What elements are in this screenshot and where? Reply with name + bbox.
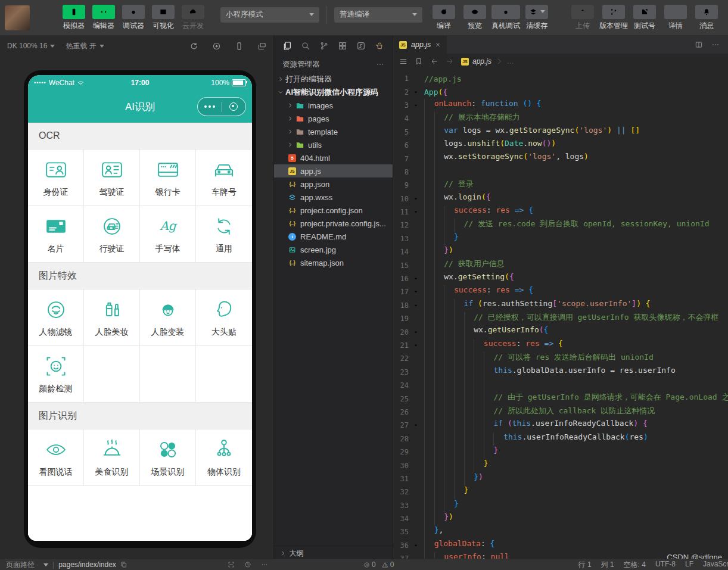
tree-item-README.md[interactable]: iREADME.md (274, 230, 393, 243)
status-item[interactable]: JavaScript (703, 560, 728, 570)
problems-indicator[interactable]: 0 0 (363, 560, 394, 569)
tree-item-app.json[interactable]: {..}app.json (274, 177, 393, 191)
feature-车牌号[interactable]: 车牌号 (196, 149, 252, 206)
outline-menu-icon[interactable] (399, 57, 407, 66)
bookmark-icon[interactable] (415, 57, 423, 66)
grid4-icon[interactable] (338, 41, 347, 51)
feature-看图说话[interactable]: 看图说话 (28, 429, 84, 486)
tree-item-404.html[interactable]: 5404.html (274, 151, 393, 164)
user-avatar[interactable] (5, 5, 30, 30)
feature-银行卡[interactable]: 银行卡 (140, 149, 196, 206)
详情-button[interactable]: 详情 (662, 5, 689, 31)
上传-button[interactable]: 上传 (570, 5, 596, 31)
page-path-label[interactable]: 页面路径 (6, 560, 35, 570)
云开发-button[interactable]: 云开发 (180, 5, 206, 31)
tree-item-template[interactable]: template (274, 125, 393, 138)
feature-手写体[interactable]: Ag手写体 (140, 206, 196, 263)
code-line: 29} (393, 446, 728, 459)
copy-icon[interactable] (120, 561, 127, 568)
refresh-icon[interactable] (189, 42, 198, 51)
tree-item-pages[interactable]: pages (274, 112, 393, 125)
more-icon[interactable] (261, 561, 268, 568)
nav-forward-icon[interactable] (446, 57, 454, 66)
code-area[interactable]: 1//app.js2App({3onLaunch: function () {4… (393, 69, 728, 570)
multiwin-icon[interactable] (257, 42, 266, 51)
more-menu-button[interactable] (198, 105, 222, 108)
status-item[interactable]: 行 1 (578, 560, 592, 570)
fold-chevron-icon[interactable] (411, 303, 421, 309)
status-item[interactable]: UTF-8 (655, 560, 676, 570)
split-editor-icon[interactable] (695, 41, 703, 49)
tree-item-project.private.config.js...[interactable]: {..}project.private.config.js... (274, 217, 393, 230)
breadcrumb[interactable]: JS app.js … (461, 57, 514, 66)
fold-chevron-icon[interactable] (411, 276, 421, 282)
fold-chevron-icon[interactable] (411, 89, 421, 95)
scurve-icon[interactable] (356, 41, 366, 51)
真机调试-button[interactable]: 真机调试 (493, 5, 519, 31)
编译-button[interactable]: 编译 (431, 5, 457, 31)
scan-icon[interactable] (228, 561, 235, 568)
device-scale-select[interactable]: DK 100% 16 (7, 42, 55, 50)
status-item[interactable]: LF (685, 560, 693, 570)
测试号-button[interactable]: 测试号 (631, 5, 658, 31)
fold-chevron-icon[interactable] (411, 329, 421, 335)
编辑器-button[interactable]: 编辑器 (91, 5, 117, 31)
feature-通用[interactable]: 通用 (196, 206, 252, 263)
feature-人物滤镜[interactable]: 人物滤镜 (28, 289, 84, 346)
more-actions-icon[interactable] (711, 41, 720, 49)
fold-chevron-icon[interactable] (411, 196, 421, 202)
tree-item-utils[interactable]: utils (274, 138, 393, 151)
search-icon[interactable] (301, 41, 310, 51)
nav-back-icon[interactable] (430, 57, 438, 66)
clock-icon[interactable] (244, 561, 251, 568)
compile-mode-select[interactable]: 普通编译 (334, 7, 422, 23)
tree-item-app.wxss[interactable]: app.wxss (274, 191, 393, 204)
fold-chevron-icon[interactable] (411, 543, 421, 549)
tree-item-app.js[interactable]: JSapp.js (274, 164, 393, 177)
status-item[interactable]: 空格: 4 (624, 560, 646, 570)
tree-item-打开的编辑器[interactable]: 打开的编辑器 (274, 73, 393, 86)
hot-reload-toggle[interactable]: 热重载 开 (66, 41, 104, 51)
mode-select[interactable]: 小程序模式 (220, 7, 319, 23)
status-item[interactable]: 列 1 (601, 560, 614, 570)
capsule-menu[interactable] (197, 97, 246, 116)
more-actions-icon[interactable] (376, 60, 384, 68)
feature-行驶证[interactable]: 行驶证 (84, 206, 140, 263)
pot-icon[interactable] (375, 41, 384, 51)
tree-item-sitemap.json[interactable]: {..}sitemap.json (274, 256, 393, 269)
fold-chevron-icon[interactable] (411, 289, 421, 295)
record-icon[interactable] (212, 42, 221, 51)
close-capsule-button[interactable] (222, 102, 246, 111)
清缓存-button[interactable]: 清缓存 (524, 5, 550, 31)
feature-物体识别[interactable]: 物体识别 (196, 429, 252, 486)
feature-人脸美妆[interactable]: 人脸美妆 (84, 289, 140, 346)
feature-人脸变装[interactable]: 人脸变装 (140, 289, 196, 346)
调试器-button[interactable]: 调试器 (120, 5, 147, 31)
tree-item-project.config.json[interactable]: {..}project.config.json (274, 204, 393, 217)
预览-button[interactable]: 预览 (462, 5, 488, 31)
feature-驾驶证[interactable]: 驾驶证 (84, 149, 140, 206)
版本管理-button[interactable]: 版本管理 (601, 5, 627, 31)
phonesm-icon[interactable] (235, 42, 244, 51)
feature-大头贴[interactable]: 大头贴 (196, 289, 252, 346)
tree-item-AI智能识别微信小程序源码[interactable]: AI智能识别微信小程序源码 (274, 86, 393, 99)
files-icon[interactable] (282, 41, 292, 51)
page-path-value[interactable]: pages/index/index (58, 560, 116, 569)
fold-chevron-icon[interactable] (411, 102, 421, 108)
feature-美食识别[interactable]: 美食识别 (84, 429, 140, 486)
tree-item-images[interactable]: images (274, 99, 393, 112)
fold-chevron-icon[interactable] (411, 209, 421, 215)
tab-appjs[interactable]: JS app.js (393, 36, 447, 54)
tree-item-screen.jpg[interactable]: screen.jpg (274, 243, 393, 256)
feature-颜龄检测[interactable]: 颜龄检测 (28, 346, 84, 403)
fold-chevron-icon[interactable] (411, 342, 421, 348)
模拟器-button[interactable]: 模拟器 (61, 5, 87, 31)
feature-身份证[interactable]: 身份证 (28, 149, 84, 206)
feature-场景识别[interactable]: 场景识别 (140, 429, 196, 486)
可视化-button[interactable]: 可视化 (150, 5, 176, 31)
branch-icon[interactable] (319, 41, 329, 51)
close-tab-icon[interactable] (435, 42, 441, 48)
消息-button[interactable]: 消息 (693, 5, 720, 31)
feature-名片[interactable]: 名片 (28, 206, 84, 263)
fold-chevron-icon[interactable] (411, 422, 421, 428)
